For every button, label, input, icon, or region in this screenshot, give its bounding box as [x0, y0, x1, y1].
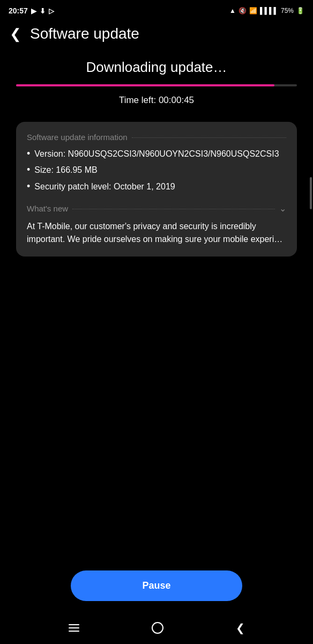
dotted-divider-2 — [72, 209, 275, 209]
battery-icon: 🔋 — [296, 7, 304, 14]
header: ❮ Software update — [0, 19, 313, 48]
media-icon: ▷ — [49, 7, 54, 15]
bluetooth-icon: ▲ — [229, 7, 236, 14]
page-title: Software update — [30, 25, 139, 42]
time-left: Time left: 00:00:45 — [119, 95, 194, 106]
progress-container — [16, 84, 297, 86]
chevron-down-icon[interactable]: ⌄ — [279, 203, 286, 214]
recents-button[interactable] — [69, 624, 79, 632]
whats-new-header: What's new ⌄ — [27, 203, 286, 214]
bullet: • — [27, 181, 30, 193]
progress-bar — [16, 84, 274, 86]
battery-percent: 75% — [281, 7, 294, 14]
status-bar: 20:57 ▶ ⬇ ▷ ▲ 🔇 📶 ▌▌▌▌ 75% 🔋 — [0, 0, 313, 19]
mute-icon: 🔇 — [239, 7, 247, 14]
scrollbar[interactable] — [310, 177, 312, 209]
list-item: • Size: 166.95 MB — [27, 164, 286, 176]
youtube-icon: ▶ — [31, 7, 36, 15]
bullet: • — [27, 148, 30, 160]
nav-back-button[interactable]: ❮ — [236, 621, 245, 634]
nav-bar: ❮ — [0, 612, 313, 644]
info-card: Software update information • Version: N… — [16, 122, 297, 257]
download-icon: ⬇ — [40, 7, 46, 15]
pause-button[interactable]: Pause — [71, 570, 242, 601]
whats-new-section: What's new ⌄ At T-Mobile, our customer's… — [27, 203, 286, 246]
whats-new-text: At T-Mobile, our customer's privacy and … — [27, 220, 286, 246]
back-button[interactable]: ❮ — [5, 25, 26, 43]
home-button[interactable] — [152, 622, 163, 634]
dotted-divider — [132, 137, 286, 138]
signal-icon: ▌▌▌▌ — [260, 7, 278, 14]
status-right: ▲ 🔇 📶 ▌▌▌▌ 75% 🔋 — [229, 7, 304, 14]
whats-new-title: What's new — [27, 204, 68, 213]
main-content: Downloading update… Time left: 00:00:45 … — [0, 48, 313, 267]
status-time: 20:57 — [9, 6, 28, 15]
list-item: • Version: N960USQS2CSI3/N960UOYN2CSI3/N… — [27, 148, 286, 160]
bullet: • — [27, 164, 30, 176]
pause-button-container: Pause — [71, 570, 242, 601]
list-item: • Security patch level: October 1, 2019 — [27, 181, 286, 193]
info-section-title: Software update information — [27, 133, 286, 142]
data-icon: 📶 — [249, 7, 257, 14]
info-list: • Version: N960USQS2CSI3/N960UOYN2CSI3/N… — [27, 148, 286, 193]
downloading-title: Downloading update… — [86, 59, 227, 76]
